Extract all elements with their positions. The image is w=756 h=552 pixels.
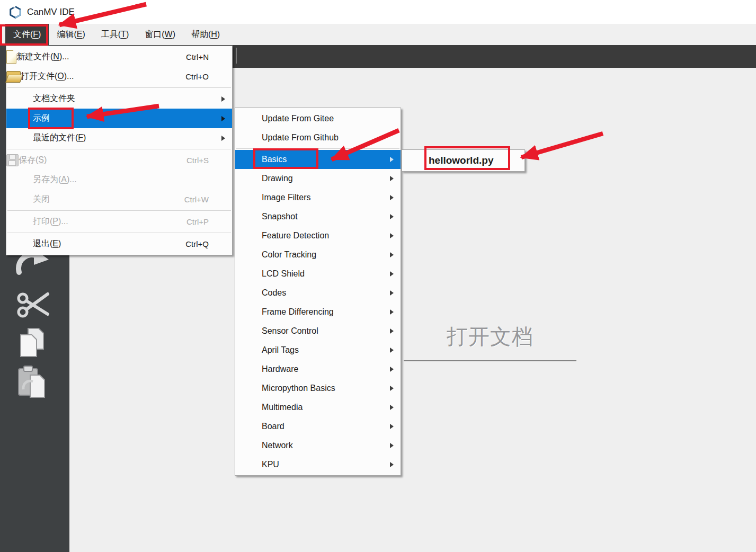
examples-item-frame-differencing[interactable]: Frame Differencing [235,302,401,322]
save-floppy-icon [6,154,19,166]
examples-item-april-tags[interactable]: April Tags [235,341,401,360]
examples-item-update-from-github[interactable]: Update From Github [235,128,401,147]
file-menu-item-print[interactable]: 打印(P)... Ctrl+P [6,212,232,232]
menu-separator [7,149,231,149]
submenu-arrow-icon [390,424,401,429]
menu-item-label: Update From Github [262,133,339,143]
annotation-box-basics-item [253,148,318,169]
file-menu-item-close[interactable]: 关闭 Ctrl+W [6,190,232,209]
menu-item-label: Image Filters [262,193,310,202]
examples-item-codes[interactable]: Codes [235,283,401,302]
menu-item-label: 打开文件(O)... [21,71,74,82]
menu-separator [7,210,231,211]
submenu-arrow-icon [390,443,401,448]
menubar-item-tools[interactable]: 工具(T) [93,24,137,45]
menu-item-label: Update From Gitee [262,114,334,123]
menubar-item-window[interactable]: 窗口(W) [137,24,183,45]
titlebar: CanMV IDE [0,0,756,24]
window-title: CanMV IDE [27,7,75,17]
examples-item-kpu[interactable]: KPU [235,455,401,474]
canmv-ide-window: CanMV IDE 文件(F)编辑(E)工具(T)窗口(W)帮助(H) [0,0,756,552]
menu-item-label: 新建文件(N)... [16,51,69,63]
menu-item-label: Frame Differencing [262,307,334,317]
submenu-arrow-icon [390,252,401,257]
menu-item-shortcut: Ctrl+N [186,52,221,61]
menubar-item-help[interactable]: 帮助(H) [183,24,228,45]
annotation-box-helloworld-item [424,146,510,170]
submenu-arrow-icon [390,176,401,181]
examples-item-multimedia[interactable]: Multimedia [235,398,401,417]
copy-icon[interactable] [17,326,48,359]
menu-item-shortcut: Ctrl+S [186,156,221,165]
annotation-box-file-menu [0,24,48,46]
submenu-arrow-icon [390,233,401,238]
menu-item-label: Feature Detection [262,231,329,241]
file-menu-item-exit[interactable]: 退出(E) Ctrl+Q [6,234,232,254]
examples-item-board[interactable]: Board [235,417,401,436]
submenu-arrow-icon [390,405,401,410]
menu-item-label: Sensor Control [262,326,318,336]
file-menu-item-open-file[interactable]: 打开文件(O)... Ctrl+O [6,67,232,86]
submenu-arrow-icon [390,214,401,219]
submenu-arrow-icon [390,386,401,391]
menubar-item-edit[interactable]: 编辑(E) [49,24,93,45]
menu-item-label: Multimedia [262,403,303,412]
submenu-arrow-icon [390,157,401,162]
welcome-title: 打开文档 [404,322,576,351]
menu-separator [7,87,231,88]
examples-item-network[interactable]: Network [235,436,401,455]
new-file-icon [6,50,16,64]
paste-icon[interactable] [16,365,48,399]
menu-item-label: KPU [262,460,279,469]
toolbar-separator [236,48,237,64]
open-folder-icon [6,71,21,82]
canmv-logo-icon [8,5,22,19]
welcome-divider [404,360,576,361]
annotation-box-examples-item [28,108,74,129]
file-menu-item-new-file[interactable]: 新建文件(N)... Ctrl+N [6,47,232,67]
examples-item-feature-detection[interactable]: Feature Detection [235,226,401,245]
examples-item-update-from-gitee[interactable]: Update From Gitee [235,109,401,128]
menu-item-label: Codes [262,288,286,298]
submenu-arrow-icon [390,328,401,334]
examples-item-lcd-shield[interactable]: LCD Shield [235,264,401,283]
menu-item-label: Network [262,441,293,450]
submenu-arrow-icon [390,462,401,467]
menu-item-label: 保存(S) [19,155,47,166]
menu-item-shortcut: Ctrl+Q [185,239,221,248]
menu-item-label: April Tags [262,345,299,355]
menubar: 文件(F)编辑(E)工具(T)窗口(W)帮助(H) [0,24,756,45]
examples-item-micropython-basics[interactable]: Micropython Basics [235,379,401,398]
submenu-arrow-icon [390,309,401,315]
examples-item-drawing[interactable]: Drawing [235,169,401,188]
file-menu-item-save[interactable]: 保存(S) Ctrl+S [6,150,232,170]
menu-item-label: Board [262,422,284,431]
examples-item-sensor-control[interactable]: Sensor Control [235,322,401,341]
menu-item-label: Drawing [262,174,293,183]
submenu-arrow-icon [390,290,401,296]
menu-item-label: 退出(E) [33,238,61,250]
submenu-arrow-icon [221,116,232,121]
submenu-arrow-icon [390,367,401,372]
menu-item-label: Snapshot [262,212,298,221]
menu-item-label: Hardware [262,364,298,374]
menu-item-label: 关闭 [33,194,50,205]
menu-item-label: Micropython Basics [262,384,335,393]
examples-item-color-tracking[interactable]: Color Tracking [235,245,401,264]
file-menu-item-documents-folder[interactable]: 文档文件夹 [6,89,232,109]
file-menu-item-recent-files[interactable]: 最近的文件(F) [6,128,232,148]
examples-item-snapshot[interactable]: Snapshot [235,207,401,226]
submenu-arrow-icon [221,136,232,141]
examples-item-hardware[interactable]: Hardware [235,360,401,379]
file-menu-item-save-as[interactable]: 另存为(A)... [6,170,232,190]
submenu-arrow-icon [390,195,401,200]
menu-item-label: Color Tracking [262,250,316,260]
menu-item-label: 打印(P)... [33,216,68,227]
examples-item-image-filters[interactable]: Image Filters [235,188,401,207]
menu-item-label: 最近的文件(F) [33,132,86,144]
menu-item-shortcut: Ctrl+W [184,195,221,204]
menu-item-shortcut: Ctrl+P [186,217,221,226]
cut-icon[interactable] [16,288,50,319]
submenu-arrow-icon [390,348,401,353]
welcome-panel: 打开文档 [404,322,576,368]
